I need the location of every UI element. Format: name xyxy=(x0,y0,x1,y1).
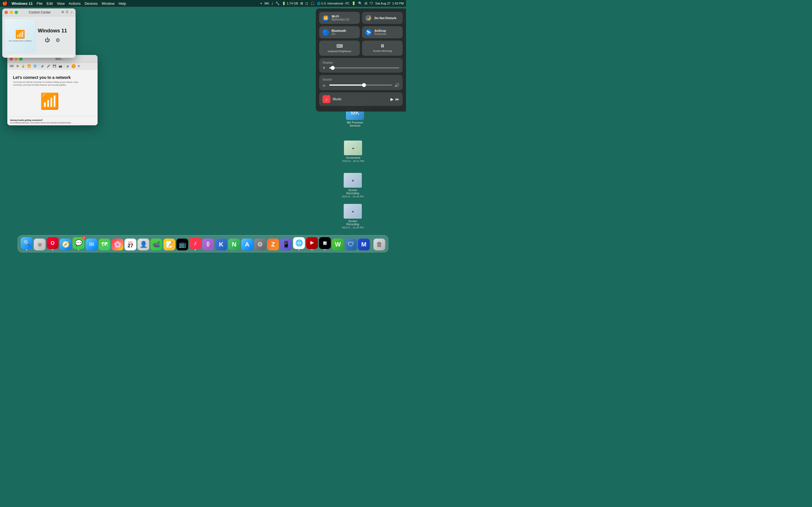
gear-icon[interactable]: ⚙ xyxy=(77,64,81,68)
add-icon[interactable]: ＋ xyxy=(70,10,73,14)
dock-item-contacts[interactable]: 👤 xyxy=(138,238,149,250)
battery-icon[interactable]: 🔋 xyxy=(352,1,356,5)
settings-icon[interactable]: ⚙ xyxy=(56,37,60,43)
view-list-icon[interactable]: ☰ xyxy=(66,10,68,14)
dock-item-chrome[interactable]: 🌐 xyxy=(293,237,305,250)
camera-icon[interactable]: 📷 xyxy=(58,64,63,68)
dock-item-viber[interactable]: 📱 xyxy=(280,238,292,250)
dock-separator xyxy=(371,240,372,250)
dock-item-opera[interactable]: O xyxy=(47,237,59,250)
desktop-icon-screen-recording-2[interactable]: 🎬 Screen Recording2022-0-...31.56 PM xyxy=(340,203,365,230)
app-name[interactable]: Windows 11 xyxy=(11,1,33,6)
volume-low-icon: 🔈 xyxy=(322,83,327,87)
dock-item-music[interactable]: ♪ xyxy=(190,237,201,250)
dock-item-mail[interactable]: ✉ xyxy=(86,238,98,250)
sound-slider-thumb[interactable] xyxy=(362,83,366,87)
menu-view[interactable]: View xyxy=(57,1,64,6)
desktop-icon-screenshot[interactable]: 📸 Screenshot2022-0-...25.31 PM xyxy=(341,139,365,164)
wifi-tile[interactable]: 📶 Wi-Fi MyResNet-2G xyxy=(319,12,360,24)
desktop-icon-screen-recording-1[interactable]: 🎬 Screen Recording2022-0-...26.45 PM xyxy=(340,172,365,199)
cc-body: 📶 Let's connect you to a network Windows… xyxy=(2,16,75,55)
display-icon[interactable]: 🖥 xyxy=(15,64,19,68)
dock-icon-chrome: 🌐 xyxy=(293,237,305,249)
trouble-title: Having trouble getting connected? xyxy=(10,119,95,121)
next-button[interactable]: Next xyxy=(81,125,95,125)
dock-item-wordtuner[interactable]: W xyxy=(332,238,344,250)
dock-item-maps[interactable]: 🗺 xyxy=(99,238,110,250)
warning-icon[interactable]: ! xyxy=(71,64,75,68)
dnd-tile[interactable]: 🌙 Do Not Disturb xyxy=(362,12,403,24)
shield-icon[interactable]: 🛡 xyxy=(370,1,373,5)
square-icon[interactable]: ◻ xyxy=(305,1,308,5)
power-icon[interactable]: ⏻ xyxy=(45,37,50,43)
hdd-icon[interactable]: 💾 xyxy=(52,64,57,68)
search-icon[interactable]: 🔍 xyxy=(358,1,362,5)
dock-item-safari[interactable]: 🧭 xyxy=(60,238,71,250)
music-row: ♪ Music ▶ ⏭ xyxy=(322,95,399,103)
volume-icon[interactable]: 🔊 xyxy=(40,64,45,68)
control-center-icon[interactable]: ⊟ xyxy=(364,1,367,5)
dock-item-finder[interactable]: 🔍 xyxy=(21,237,33,250)
display-slider-thumb[interactable] xyxy=(331,66,335,70)
dock-item-nordvpn[interactable]: 🛡 xyxy=(345,238,357,250)
display-section-title: Display xyxy=(322,61,399,64)
maximize-button[interactable] xyxy=(15,11,18,14)
menu-edit[interactable]: Edit xyxy=(47,1,53,6)
parallels-window: Win... ⌨ 🖥 🔒 📶 🌐 🔊 🎤 💾 📷 🔈 ! ⚙ Let's con… xyxy=(7,55,98,125)
menu-actions[interactable]: Actions xyxy=(68,1,81,6)
dock-item-launchpad[interactable]: ⊞ xyxy=(34,238,46,250)
menu-window[interactable]: Window xyxy=(101,1,114,6)
cc-window-title: Control Center xyxy=(20,10,60,14)
skip-forward-button[interactable]: ⏭ xyxy=(395,97,399,101)
grid-icon[interactable]: ⊞ xyxy=(300,1,303,5)
dock-item-activity[interactable]: 📊 xyxy=(319,237,331,250)
dock-item-zorbi[interactable]: Z xyxy=(267,238,279,250)
keyboard-icon[interactable]: ⌨ xyxy=(9,64,14,68)
menu-file[interactable]: File xyxy=(37,1,43,6)
sound-slider[interactable] xyxy=(329,84,392,86)
globe-icon[interactable]: 🌐 xyxy=(33,64,37,68)
dock-item-numbers[interactable]: N xyxy=(229,238,240,250)
minimize-button[interactable] xyxy=(10,11,13,14)
dock-item-podcasts[interactable]: 🎙 xyxy=(202,238,214,250)
menubar: 🍎 Windows 11 File Edit View Actions Devi… xyxy=(0,0,406,7)
mk-icon[interactable]: MK xyxy=(264,2,269,5)
view-grid-icon[interactable]: ⊞ xyxy=(61,10,64,14)
apple-menu[interactable]: 🍎 xyxy=(2,1,8,6)
lock-icon[interactable]: 🔒 xyxy=(21,64,26,68)
speaker-off-icon[interactable]: 🔈 xyxy=(66,64,70,68)
dock-icon-mail: ✉ xyxy=(86,238,98,250)
dock-item-mango[interactable]: M xyxy=(358,238,370,250)
location-icon[interactable]: ⌖ xyxy=(260,1,262,5)
airdrop-tile[interactable]: 📡 AirDrop Everyone xyxy=(362,26,403,38)
menu-help[interactable]: Help xyxy=(118,1,126,6)
menu-devices[interactable]: Devices xyxy=(85,1,98,6)
mic-icon[interactable]: 🎤 xyxy=(46,64,51,68)
play-button[interactable]: ▶ xyxy=(391,97,394,101)
dock-item-calendar[interactable]: AUG 27 xyxy=(124,238,137,250)
dock-item-parallels[interactable]: ⫸ xyxy=(306,237,318,250)
dock-icon-nordvpn: 🛡 xyxy=(345,238,357,250)
dock-item-trash[interactable]: 🗑 xyxy=(373,238,386,250)
dock-item-sysprefs[interactable]: ⚙ xyxy=(254,238,266,250)
close-button[interactable] xyxy=(4,11,8,14)
dock-item-notes[interactable]: 📝 xyxy=(163,238,175,250)
display-slider[interactable] xyxy=(329,67,399,68)
bluetooth-tile[interactable]: 🔵 Bluetooth On xyxy=(319,26,360,38)
dock-item-appstore[interactable]: A xyxy=(241,238,253,250)
dock: 🔍 ⊞ O 🧭 💬 4 ✉ 🗺 🌸 AUG 27 👤 📹 📝 xyxy=(18,235,389,252)
dock-item-photos[interactable]: 🌸 xyxy=(112,238,123,250)
wifi-icon[interactable]: 📶 xyxy=(27,64,31,68)
dock-item-keynote[interactable]: K xyxy=(215,238,227,250)
headphone-icon[interactable]: 🎧 xyxy=(310,1,315,5)
tools-icon[interactable]: 🔧 xyxy=(275,1,280,5)
keyboard-brightness-tile[interactable]: ⌨ Keyboard Brightness xyxy=(319,41,360,56)
music-icon[interactable]: ♩ xyxy=(271,1,273,5)
cc-app-title: Windows 11 xyxy=(38,28,67,34)
input-method[interactable]: 🌐 U.S. International - PC xyxy=(317,2,349,5)
dock-item-appletv[interactable]: 📺 xyxy=(176,238,188,250)
wifi-tile-name: Wi-Fi xyxy=(332,15,356,18)
dock-item-messages[interactable]: 💬 4 xyxy=(73,237,85,250)
screen-mirroring-tile[interactable]: 🖥 Screen Mirroring xyxy=(362,41,403,56)
dock-item-facetime[interactable]: 📹 xyxy=(151,238,162,250)
